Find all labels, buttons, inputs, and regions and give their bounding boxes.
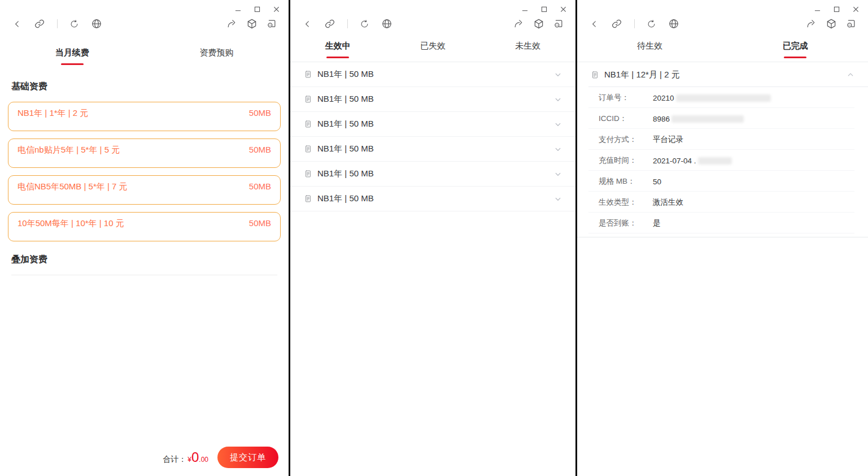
section-title-basic: 基础资费	[11, 81, 277, 93]
minimize-icon	[235, 6, 241, 12]
tab-label: 生效中	[325, 41, 351, 53]
maximize-icon	[834, 6, 840, 12]
submit-order-button[interactable]: 提交订单	[217, 447, 278, 468]
tabbar: 生效中 已失效 未生效	[290, 34, 575, 62]
order-detail-row: 订单号： 20210	[577, 87, 868, 108]
amount-decimal: .00	[199, 456, 208, 464]
close-button[interactable]	[273, 6, 280, 12]
globe-icon	[91, 18, 102, 29]
plan-list-item-title: NB1年 | 50 MB	[317, 168, 374, 179]
chevron-down-icon[interactable]	[553, 194, 563, 204]
globe-button[interactable]	[381, 18, 392, 29]
devtools-icon	[266, 18, 277, 29]
close-icon	[853, 6, 859, 12]
toolbar-right	[513, 18, 564, 29]
miniprogram-button[interactable]	[826, 18, 837, 29]
plan-list-item-title: NB1年 | 50 MB	[317, 94, 374, 105]
plan-list-item[interactable]: NB1年 | 50 MB	[290, 112, 575, 137]
plan-list-item[interactable]: NB1年 | 50 MB	[290, 87, 575, 112]
globe-button[interactable]	[668, 18, 679, 29]
tab-label: 未生效	[515, 41, 540, 53]
tab-completed[interactable]: 已完成	[723, 41, 868, 53]
globe-button[interactable]	[91, 18, 102, 29]
redacted-text	[698, 157, 732, 165]
order-item-header[interactable]: NB1年 | 12*月 | 2 元	[577, 62, 868, 87]
refresh-icon	[360, 19, 369, 29]
chevron-down-icon[interactable]	[553, 94, 563, 105]
maximize-button[interactable]	[541, 6, 547, 12]
chevron-up-icon[interactable]	[845, 70, 856, 80]
redacted-text	[676, 94, 771, 102]
tabbar: 当月续费 资费预购	[0, 34, 289, 73]
tab-label: 已完成	[783, 41, 808, 53]
devtools-button[interactable]	[553, 18, 564, 29]
globe-icon	[381, 18, 392, 29]
minimize-button[interactable]	[235, 6, 241, 12]
order-detail-row: 充值时间： 2021-07-04 .	[577, 150, 868, 171]
devtools-button[interactable]	[266, 18, 277, 29]
back-button[interactable]	[590, 19, 599, 29]
back-button[interactable]	[12, 19, 22, 29]
share-button[interactable]	[513, 18, 525, 29]
maximize-button[interactable]	[254, 6, 260, 12]
plan-list-item[interactable]: NB1年 | 50 MB	[290, 187, 575, 211]
share-button[interactable]	[806, 18, 817, 29]
link-button[interactable]	[34, 18, 45, 29]
toolbar-right	[806, 18, 857, 29]
back-button[interactable]	[303, 19, 312, 29]
order-detail-row: 生效类型： 激活生效	[577, 192, 868, 213]
tab-fee-prepurchase[interactable]: 资费预购	[145, 47, 289, 59]
toolbar	[290, 14, 575, 34]
chevron-down-icon[interactable]	[553, 169, 563, 179]
order-title: NB1年 | 12*月 | 2 元	[604, 70, 680, 80]
document-icon	[591, 71, 599, 79]
plan-card[interactable]: 电信NB5年50MB | 5*年 | 7 元 50MB	[8, 175, 281, 205]
tab-pending-effective[interactable]: 待生效	[577, 41, 723, 53]
chevron-down-icon[interactable]	[553, 119, 563, 129]
tab-expired[interactable]: 已失效	[385, 41, 480, 53]
plan-list-item[interactable]: NB1年 | 50 MB	[290, 162, 575, 187]
tab-not-effective[interactable]: 未生效	[481, 41, 575, 53]
link-button[interactable]	[324, 18, 335, 29]
plan-list-item-title: NB1年 | 50 MB	[317, 144, 374, 154]
plan-size: 50MB	[249, 181, 271, 191]
miniprogram-button[interactable]	[533, 18, 544, 29]
miniprogram-button[interactable]	[246, 18, 258, 29]
titlebar	[577, 0, 868, 14]
toolbar-left	[303, 18, 392, 29]
maximize-button[interactable]	[834, 6, 840, 12]
order-detail-panel: NB1年 | 12*月 | 2 元 订单号： 20210 ICCID： 8986…	[577, 62, 868, 237]
detail-label: 订单号：	[599, 93, 653, 103]
tab-current-month-renew[interactable]: 当月续费	[0, 47, 145, 59]
refresh-icon	[69, 19, 79, 29]
chevron-down-icon[interactable]	[553, 144, 563, 154]
minimize-button[interactable]	[814, 6, 821, 12]
refresh-button[interactable]	[69, 19, 79, 29]
document-icon	[304, 120, 312, 128]
refresh-button[interactable]	[647, 19, 656, 29]
devtools-button[interactable]	[845, 18, 857, 29]
plan-list-item[interactable]: NB1年 | 50 MB	[290, 62, 575, 87]
chevron-down-icon[interactable]	[553, 70, 563, 80]
close-button[interactable]	[560, 6, 566, 12]
tab-in-effect[interactable]: 生效中	[290, 41, 385, 53]
detail-value: 20210	[653, 94, 771, 102]
detail-value: 8986	[653, 115, 744, 123]
document-icon	[304, 145, 312, 153]
close-icon	[273, 6, 280, 12]
plan-name: 电信NB5年50MB | 5*年 | 7 元	[18, 181, 128, 192]
plan-list-item[interactable]: NB1年 | 50 MB	[290, 137, 575, 162]
plan-card[interactable]: 10年50M每年 | 10*年 | 10 元 50MB	[8, 212, 281, 241]
section-title-addon: 叠加资费	[11, 254, 277, 266]
share-button[interactable]	[226, 18, 238, 29]
refresh-button[interactable]	[360, 19, 369, 29]
plan-card[interactable]: NB1年 | 1*年 | 2 元 50MB	[8, 102, 281, 131]
document-icon	[304, 70, 312, 79]
minimize-button[interactable]	[522, 6, 528, 12]
toolbar-left	[590, 18, 679, 29]
link-button[interactable]	[611, 18, 622, 29]
detail-value: 是	[653, 218, 661, 228]
plan-card[interactable]: 电信nb贴片5年 | 5*年 | 5 元 50MB	[8, 139, 281, 168]
close-button[interactable]	[853, 6, 859, 12]
link-icon	[34, 18, 45, 29]
